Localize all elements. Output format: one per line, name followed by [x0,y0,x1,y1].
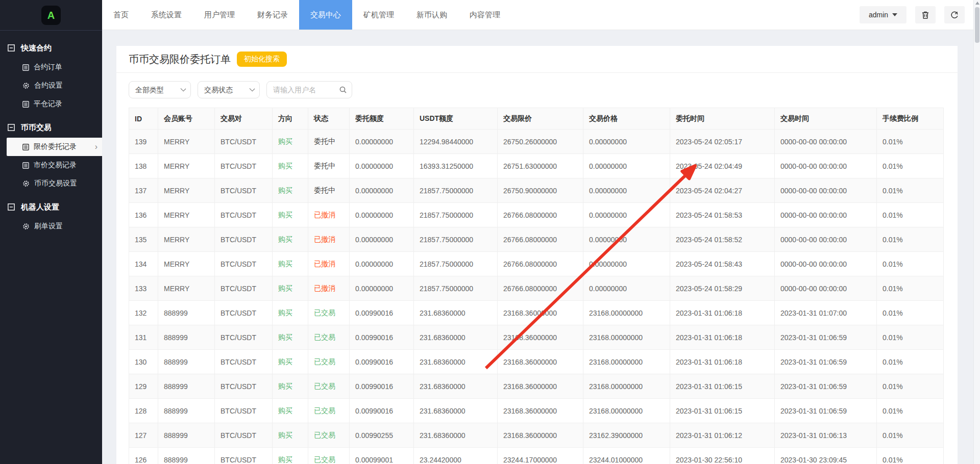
column-header: 方向 [273,108,308,130]
sidebar-item-label: 限价委托记录 [34,142,77,151]
scrollbar-thumb[interactable] [975,7,979,43]
nav-tab[interactable]: 新币认购 [405,0,458,30]
type-select[interactable]: 全部类型 [129,81,191,98]
table-header-row: ID会员账号交易对方向状态委托额度USDT额度交易限价交易价格委托时间交易时间手… [129,108,944,130]
cell-trade-time: 2023-01-31 01:06:59 [775,325,877,350]
page-scrollbar [973,0,980,464]
admin-menu-button[interactable]: admin [860,6,906,23]
list-icon [22,144,29,150]
cell-entrust-amount: 0.00000000 [350,203,414,227]
cell-entrust-time: 2023-05-24 01:58:53 [670,203,775,227]
sidebar-item[interactable]: 币币交易设置 [0,174,102,193]
caret-down-icon [892,13,897,16]
cell-pair: BTC/USDT [215,448,273,464]
gear-icon [22,180,30,187]
sidebar-item-label: 刷单设置 [34,222,63,231]
cell-trade-price: 23168.00000000 [583,350,670,374]
nav-tab[interactable]: 矿机管理 [352,0,405,30]
sidebar-section-title[interactable]: 快速合约 [0,38,102,58]
cell-trade-time: 2023-01-31 01:06:59 [775,374,877,399]
cell-trade-price: 23162.39000000 [583,423,670,448]
cell-usdt-amount: 23.24420000 [414,448,498,464]
cell-id: 139 [129,130,158,154]
cell-account: 888999 [158,423,215,448]
cell-fee-rate: 0.01% [877,374,944,399]
cell-status: 委托中 [308,154,350,178]
cell-usdt-amount: 231.68360000 [414,399,498,423]
cell-limit-price: 23168.36000000 [498,325,583,350]
cell-fee-rate: 0.01% [877,301,944,325]
reset-search-button[interactable]: 初始化搜索 [237,51,287,67]
cell-direction: 购买 [273,130,308,154]
cell-trade-time: 0000-00-00 00:00:00 [775,178,877,203]
nav-tab[interactable]: 财务记录 [246,0,299,30]
nav-tab[interactable]: 系统设置 [140,0,193,30]
column-header: ID [129,108,158,130]
cell-usdt-amount: 231.68360000 [414,350,498,374]
sidebar-item[interactable]: 刷单设置 [0,217,102,236]
table-row: 129888999BTC/USDT购买已交易0.00990016231.6836… [129,374,944,399]
sidebar-item-label: 合约订单 [34,63,62,72]
status-select[interactable]: 交易状态 [198,81,260,98]
scroll-up-arrow-icon[interactable] [975,2,979,5]
cell-trade-price: 0.00000000 [583,178,670,203]
cell-pair: BTC/USDT [215,252,273,276]
cell-pair: BTC/USDT [215,399,273,423]
table-row: 128888999BTC/USDT购买已交易0.00990016231.6836… [129,399,944,423]
minus-square-icon [8,203,15,211]
sidebar-item[interactable]: 限价委托记录› [7,138,102,156]
svg-text:A: A [47,10,55,21]
cell-usdt-amount: 21857.75000000 [414,252,498,276]
brand-area: A [0,0,102,30]
cell-fee-rate: 0.01% [877,276,944,301]
nav-tab[interactable]: 交易中心 [299,0,352,30]
cell-id: 137 [129,178,158,203]
cell-pair: BTC/USDT [215,203,273,227]
cell-pair: BTC/USDT [215,350,273,374]
sidebar-item[interactable]: 合约设置 [0,76,102,95]
cell-account: MERRY [158,227,215,252]
sidebar-section-title[interactable]: 机器人设置 [0,197,102,217]
cell-id: 135 [129,227,158,252]
cell-direction: 购买 [273,399,308,423]
nav-tab[interactable]: 首页 [102,0,140,30]
nav-tab[interactable]: 内容管理 [458,0,511,30]
cell-direction: 购买 [273,448,308,464]
cell-id: 131 [129,325,158,350]
cell-account: 888999 [158,448,215,464]
filter-bar: 全部类型 交易状态 [116,73,958,98]
cell-account: MERRY [158,154,215,178]
cell-trade-time: 0000-00-00 00:00:00 [775,276,877,301]
card-header: 币币交易限价委托订单 初始化搜索 [116,46,958,73]
cell-account: MERRY [158,130,215,154]
cell-fee-rate: 0.01% [877,448,944,464]
cell-status: 委托中 [308,178,350,203]
cell-limit-price: 23168.36000000 [498,374,583,399]
minus-square-icon [8,124,15,131]
sidebar-item[interactable]: 市价交易记录 [0,156,102,174]
cell-account: 888999 [158,301,215,325]
page-title: 币币交易限价委托订单 [129,53,231,66]
sidebar-section-label: 机器人设置 [21,202,59,212]
cell-entrust-amount: 0.00990255 [350,423,414,448]
sidebar-section-label: 币币交易 [21,123,52,133]
cell-trade-price: 0.00000000 [583,154,670,178]
cell-direction: 购买 [273,325,308,350]
cell-usdt-amount: 16393.31250000 [414,154,498,178]
cell-trade-price: 0.00000000 [583,203,670,227]
column-header: 委托额度 [350,108,414,130]
cell-trade-time: 0000-00-00 00:00:00 [775,203,877,227]
sidebar-item[interactable]: 平仓记录 [0,95,102,113]
cell-usdt-amount: 231.68360000 [414,301,498,325]
cell-status: 已交易 [308,423,350,448]
nav-tab[interactable]: 用户管理 [193,0,246,30]
cell-fee-rate: 0.01% [877,178,944,203]
cell-entrust-amount: 0.00990016 [350,325,414,350]
logout-button[interactable] [944,6,965,23]
sidebar-item[interactable]: 合约订单 [0,58,102,76]
cell-status: 委托中 [308,130,350,154]
cell-account: 888999 [158,399,215,423]
trash-button[interactable] [915,6,936,23]
sidebar-section-title[interactable]: 币币交易 [0,117,102,138]
cell-fee-rate: 0.01% [877,399,944,423]
